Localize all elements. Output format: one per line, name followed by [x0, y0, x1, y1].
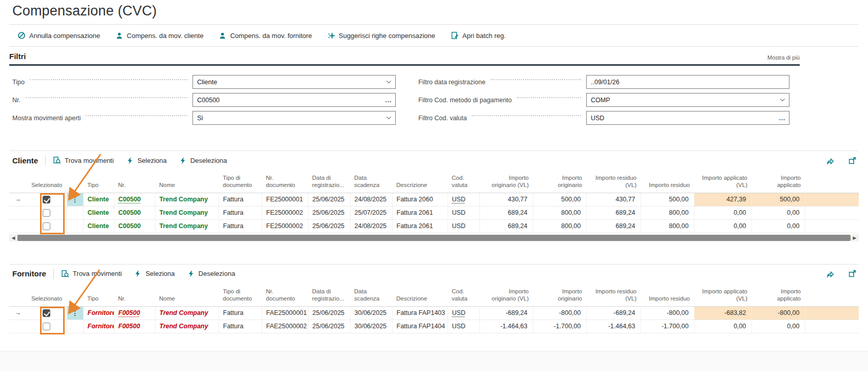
- table-row[interactable]: → ⋮ Fornitore F00500 Trend Company Fattu…: [9, 306, 859, 320]
- col-importo-residuo-vl[interactable]: Importo residuo (VL): [586, 286, 641, 306]
- customer-find-entries-button[interactable]: Trova movimenti: [53, 156, 114, 164]
- col-selezionato[interactable]: Selezionato: [27, 173, 67, 193]
- row-checkbox[interactable]: [43, 196, 50, 203]
- scroll-left-arrow[interactable]: ◀: [9, 234, 17, 241]
- col-importo-applicato-vl[interactable]: Importo applicato (VL): [694, 173, 751, 193]
- col-importo-residuo[interactable]: Importo residuo: [641, 173, 694, 193]
- current-row-indicator: →: [9, 193, 27, 206]
- nr-input[interactable]: C00500 …: [192, 93, 396, 107]
- col-data-scadenza[interactable]: Data scadenza: [350, 173, 392, 193]
- col-nr-documento[interactable]: Nr. documento: [262, 173, 308, 193]
- open-journal-batch-button[interactable]: Apri batch reg.: [451, 31, 506, 40]
- header-spacer: [67, 286, 83, 306]
- apply-from-vendor-button[interactable]: Compens. da mov. fornitore: [219, 32, 312, 40]
- data-registrazione-input[interactable]: ..09/01/26: [586, 75, 789, 89]
- currency-code-link[interactable]: USD: [452, 196, 466, 203]
- show-more-link[interactable]: Mostra di più: [767, 54, 800, 61]
- col-nr-documento[interactable]: Nr. documento: [262, 286, 308, 306]
- apply-from-customer-button[interactable]: Compens. da mov. cliente: [115, 32, 203, 40]
- row-checkbox[interactable]: [43, 209, 50, 217]
- currency-code-link[interactable]: USD: [452, 309, 466, 316]
- chevron-down-icon[interactable]: [385, 115, 392, 121]
- cell-tipo: Cliente: [83, 219, 114, 233]
- cell-nr[interactable]: C00500: [114, 219, 155, 233]
- cell-importo-applicato[interactable]: -800,00: [751, 306, 805, 320]
- cell-importo-originario-vl: 689,24: [479, 206, 533, 219]
- row-checkbox[interactable]: [43, 222, 50, 230]
- cell-importo-applicato-vl[interactable]: -683,82: [694, 306, 751, 320]
- share-icon[interactable]: [826, 156, 835, 165]
- col-nr[interactable]: Nr.: [114, 173, 155, 193]
- cell-importo-applicato[interactable]: 0,00: [751, 320, 805, 333]
- scroll-right-arrow[interactable]: ▶: [851, 234, 859, 241]
- expand-icon[interactable]: [848, 269, 857, 278]
- table-row[interactable]: Fornitore F00500 Trend Company Fattura F…: [9, 320, 859, 333]
- metodo-pagamento-select[interactable]: COMP: [586, 93, 789, 107]
- lookup-ellipsis-icon[interactable]: …: [385, 97, 392, 103]
- customer-deselect-button[interactable]: Deseleziona: [179, 157, 227, 164]
- col-nome[interactable]: Nome: [155, 173, 219, 193]
- share-icon[interactable]: [826, 269, 835, 278]
- col-selezionato[interactable]: Selezionato: [27, 286, 67, 306]
- cell-importo-applicato[interactable]: 500,00: [751, 193, 805, 206]
- row-checkbox[interactable]: [43, 323, 50, 330]
- cell-importo-applicato-vl[interactable]: 0,00: [694, 206, 751, 219]
- scrollbar-thumb[interactable]: [17, 235, 851, 241]
- cell-importo-applicato-vl[interactable]: 0,00: [694, 320, 751, 333]
- vendor-header-row: Selezionato Tipo Nr. Nome Tipo di docume…: [9, 286, 859, 306]
- col-tipo-documento[interactable]: Tipo di documento: [219, 173, 262, 193]
- col-importo-applicato-vl[interactable]: Importo applicato (VL): [694, 286, 751, 306]
- col-data-scadenza[interactable]: Data scadenza: [350, 286, 392, 306]
- col-tipo-documento[interactable]: Tipo di documento: [219, 286, 262, 306]
- row-checkbox[interactable]: [43, 309, 50, 317]
- cancel-application-button[interactable]: Annulla compensazione: [17, 31, 100, 40]
- vendor-deselect-button[interactable]: Deseleziona: [187, 270, 236, 277]
- suggest-application-lines-button[interactable]: Suggerisci righe compensazione: [327, 32, 435, 40]
- cod-valuta-input[interactable]: USD …: [586, 111, 789, 125]
- cell-nr[interactable]: C00500: [114, 206, 155, 219]
- col-importo-residuo-vl[interactable]: Importo residuo (VL): [586, 173, 641, 193]
- col-descrizione[interactable]: Descrizione: [392, 286, 448, 306]
- row-menu-icon[interactable]: ⋮: [67, 306, 83, 320]
- cell-importo-applicato-vl[interactable]: 0,00: [694, 219, 751, 233]
- tipo-select[interactable]: Cliente: [192, 75, 396, 89]
- expand-icon[interactable]: [848, 156, 857, 165]
- vendor-no-link[interactable]: F00500: [119, 309, 140, 316]
- col-data-registrazione[interactable]: Data di registrazio...: [308, 173, 350, 193]
- col-importo-originario-vl[interactable]: Importo originario (VL): [479, 286, 533, 306]
- lookup-ellipsis-icon[interactable]: …: [779, 115, 786, 121]
- col-cod-valuta[interactable]: Cod. valuta: [448, 173, 479, 193]
- col-importo-originario[interactable]: Importo originario: [533, 286, 586, 306]
- cell-importo-applicato[interactable]: 0,00: [751, 219, 805, 233]
- horizontal-scrollbar[interactable]: ◀ ▶: [9, 234, 859, 241]
- row-menu-icon[interactable]: ⋮: [67, 193, 83, 206]
- col-nome[interactable]: Nome: [155, 286, 219, 306]
- table-row[interactable]: Cliente C00500 Trend Company Fattura FE2…: [9, 206, 859, 219]
- cell-data-scadenza: 30/06/2025: [350, 306, 392, 320]
- col-importo-applicato[interactable]: Importo applicato: [751, 286, 805, 306]
- table-row[interactable]: Cliente C00500 Trend Company Fattura FE2…: [9, 219, 859, 233]
- col-tipo[interactable]: Tipo: [83, 286, 114, 306]
- chevron-down-icon[interactable]: [385, 79, 392, 85]
- col-cod-valuta[interactable]: Cod. valuta: [448, 286, 479, 306]
- col-tipo[interactable]: Tipo: [83, 173, 114, 193]
- cell-descrizione: Fattura 2061: [392, 219, 448, 233]
- col-data-registrazione[interactable]: Data di registrazio...: [308, 286, 350, 306]
- col-importo-originario[interactable]: Importo originario: [533, 173, 586, 193]
- vendor-select-button[interactable]: Seleziona: [134, 270, 175, 277]
- table-row[interactable]: → ⋮ Cliente C00500 Trend Company Fattura…: [9, 193, 859, 206]
- cell-nr[interactable]: F00500: [114, 320, 155, 333]
- action-label: Trova movimenti: [65, 157, 114, 164]
- cell-importo-applicato[interactable]: 0,00: [751, 206, 805, 219]
- col-importo-applicato[interactable]: Importo applicato: [751, 173, 805, 193]
- col-nr[interactable]: Nr.: [114, 286, 155, 306]
- col-descrizione[interactable]: Descrizione: [392, 173, 448, 193]
- mostra-movimenti-select[interactable]: Sì: [192, 111, 396, 125]
- customer-select-button[interactable]: Seleziona: [126, 157, 167, 164]
- cell-importo-applicato-vl[interactable]: 427,39: [694, 193, 751, 206]
- col-importo-originario-vl[interactable]: Importo originario (VL): [479, 173, 533, 193]
- col-importo-residuo[interactable]: Importo residuo: [641, 286, 694, 306]
- customer-no-link[interactable]: C00500: [119, 196, 141, 203]
- vendor-find-entries-button[interactable]: Trova movimenti: [61, 270, 122, 278]
- chevron-down-icon[interactable]: [779, 97, 786, 103]
